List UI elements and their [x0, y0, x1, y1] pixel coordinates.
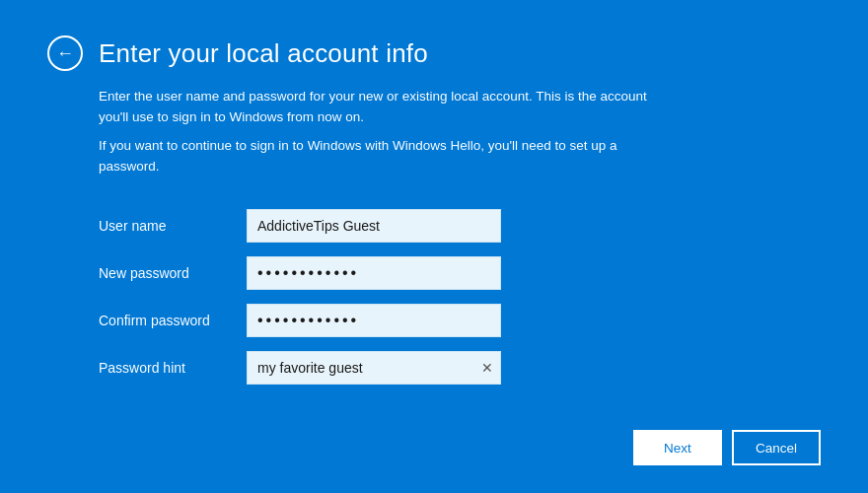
confirm-password-row: Confirm password	[99, 304, 821, 337]
form-container: User name New password Confirm password …	[99, 209, 821, 398]
header: ← Enter your local account info	[47, 35, 821, 71]
new-password-input[interactable]	[247, 256, 501, 290]
footer-buttons: Next Cancel	[633, 430, 821, 465]
password-hint-field-wrapper: ✕	[247, 351, 501, 385]
clear-hint-button[interactable]: ✕	[479, 359, 495, 377]
username-row: User name	[99, 209, 821, 243]
page-container: ← Enter your local account info Enter th…	[0, 0, 868, 493]
confirm-password-label: Confirm password	[99, 313, 247, 328]
description: Enter the user name and password for you…	[99, 87, 661, 185]
username-input[interactable]	[247, 209, 501, 243]
new-password-row: New password	[99, 256, 821, 290]
password-hint-label: Password hint	[99, 360, 247, 376]
description-line1: Enter the user name and password for you…	[99, 87, 661, 128]
confirm-password-input[interactable]	[247, 304, 501, 337]
username-label: User name	[99, 218, 247, 234]
description-line2: If you want to continue to sign in to Wi…	[99, 136, 661, 177]
page-title: Enter your local account info	[99, 38, 428, 69]
next-button[interactable]: Next	[633, 430, 722, 465]
back-button[interactable]: ←	[47, 35, 83, 71]
cancel-button[interactable]: Cancel	[732, 430, 821, 465]
back-arrow-icon: ←	[56, 44, 74, 62]
password-hint-row: Password hint ✕	[99, 351, 821, 385]
new-password-label: New password	[99, 265, 247, 281]
password-hint-input[interactable]	[247, 351, 501, 385]
